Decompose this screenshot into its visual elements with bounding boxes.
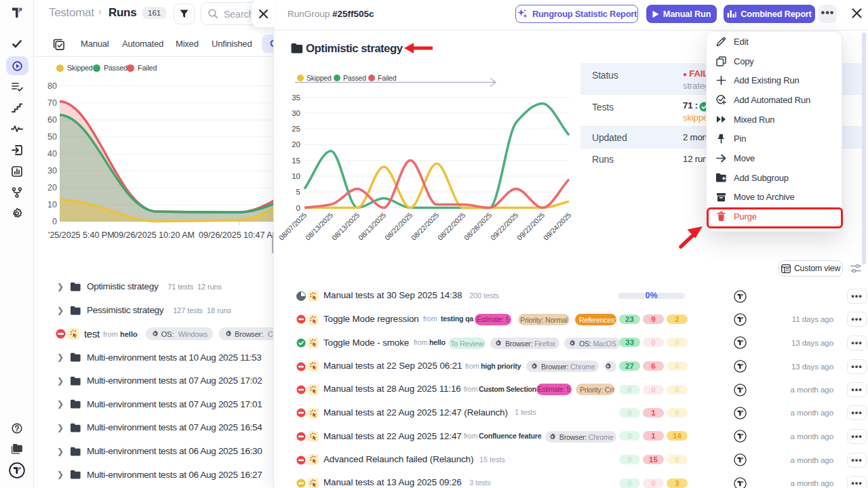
svg-text:70: 70: [47, 98, 57, 108]
svg-text:09/24/2025: 09/24/2025: [542, 211, 573, 242]
svg-text:20: 20: [292, 140, 300, 148]
svg-text:25: 25: [292, 125, 300, 133]
svg-text:08/07/2025: 08/07/2025: [277, 211, 309, 242]
svg-text:15: 15: [292, 157, 300, 165]
svg-text:'25/2025 5:40 PM: '25/2025 5:40 PM: [48, 230, 115, 240]
svg-text:08/13/2025: 08/13/2025: [330, 211, 361, 242]
svg-text:08/13/2025: 08/13/2025: [304, 211, 335, 242]
svg-text:10: 10: [292, 172, 300, 180]
svg-text:09/26/2025 10:47 AM: 09/26/2025 10:47 AM: [199, 230, 278, 240]
svg-text:60: 60: [47, 115, 57, 125]
svg-text:80: 80: [47, 81, 57, 91]
svg-text:30: 30: [47, 166, 57, 176]
svg-text:10: 10: [47, 200, 57, 209]
svg-text:08/22/2025: 08/22/2025: [410, 211, 441, 242]
svg-text:0: 0: [296, 204, 300, 212]
svg-text:50: 50: [47, 132, 57, 142]
svg-text:09/22/2025: 09/22/2025: [489, 211, 520, 242]
svg-text:08/28/2025: 08/28/2025: [462, 211, 494, 242]
svg-text:0: 0: [52, 217, 57, 226]
svg-text:08/22/2025: 08/22/2025: [383, 211, 414, 242]
svg-text:08/22/2025: 08/22/2025: [436, 211, 467, 242]
svg-text:09/22/2025: 09/22/2025: [515, 211, 547, 242]
svg-text:20: 20: [47, 183, 57, 192]
svg-text:35: 35: [292, 94, 300, 102]
svg-text:30: 30: [292, 109, 300, 117]
svg-text:09/26/2025 10:20 AM: 09/26/2025 10:20 AM: [114, 230, 195, 240]
svg-text:5: 5: [296, 188, 300, 196]
svg-text:08/13/2025: 08/13/2025: [357, 211, 388, 242]
svg-text:40: 40: [47, 149, 57, 159]
